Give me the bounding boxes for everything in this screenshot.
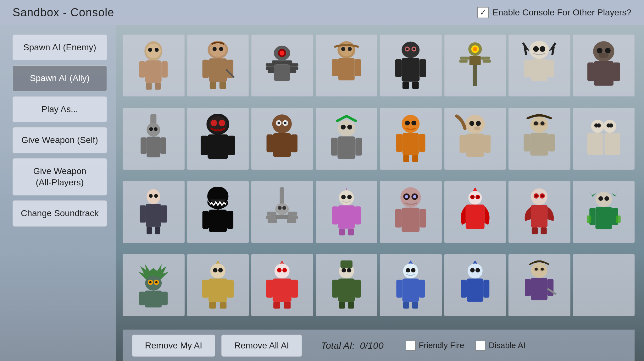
- spawn-ally-button[interactable]: Spawn AI (Ally): [13, 65, 107, 91]
- svg-point-72: [154, 127, 158, 131]
- svg-point-205: [275, 264, 290, 279]
- play-as-button[interactable]: Play As...: [13, 96, 107, 122]
- svg-rect-184: [595, 207, 612, 230]
- ai-cell-25[interactable]: [123, 254, 185, 316]
- ai-cell-30[interactable]: [444, 254, 506, 316]
- svg-rect-45: [402, 82, 409, 89]
- svg-point-143: [282, 206, 286, 210]
- ai-cell-29[interactable]: [380, 254, 442, 316]
- svg-point-207: [282, 268, 287, 272]
- svg-rect-118: [524, 134, 530, 152]
- svg-rect-242: [525, 279, 531, 296]
- svg-rect-164: [402, 208, 420, 232]
- ai-cell-2[interactable]: [187, 35, 249, 96]
- ai-cell-16[interactable]: [573, 108, 635, 170]
- svg-rect-225: [402, 279, 419, 302]
- svg-point-65: [599, 53, 608, 58]
- svg-point-106: [469, 121, 475, 126]
- options-group: Friendly Fire Disable AI: [406, 341, 526, 351]
- remove-my-ai-button[interactable]: Remove My AI: [132, 335, 215, 357]
- svg-rect-119: [548, 134, 555, 152]
- svg-point-32: [341, 47, 345, 51]
- svg-point-236: [531, 263, 548, 278]
- svg-rect-137: [209, 210, 227, 232]
- svg-rect-88: [273, 133, 291, 157]
- remove-all-ai-button[interactable]: Remove All AI: [221, 335, 302, 357]
- ai-cell-20[interactable]: [316, 181, 378, 243]
- svg-rect-202: [227, 280, 234, 298]
- ai-cell-5[interactable]: [380, 35, 442, 96]
- ai-cell-26[interactable]: [187, 254, 249, 316]
- svg-point-231: [470, 268, 475, 272]
- ai-cell-6[interactable]: [444, 35, 506, 96]
- svg-point-91: [337, 120, 355, 137]
- ai-cell-31[interactable]: [508, 254, 570, 316]
- ai-cell-12[interactable]: [316, 108, 378, 170]
- svg-rect-154: [338, 205, 355, 229]
- svg-rect-13: [209, 58, 227, 82]
- svg-point-182: [598, 196, 603, 201]
- ai-cell-11[interactable]: [251, 108, 313, 170]
- svg-rect-82: [228, 136, 235, 155]
- page-title: Sandbox - Console: [13, 6, 114, 19]
- svg-rect-68: [613, 63, 620, 81]
- svg-rect-4: [145, 61, 162, 83]
- ai-cell-3[interactable]: [251, 35, 313, 96]
- svg-rect-218: [332, 280, 338, 298]
- ai-cell-1[interactable]: [123, 35, 185, 96]
- svg-rect-52: [460, 57, 469, 60]
- svg-rect-241: [531, 278, 548, 301]
- ai-cell-7[interactable]: [508, 35, 570, 96]
- svg-rect-217: [338, 279, 355, 302]
- svg-point-152: [341, 195, 346, 199]
- svg-rect-204: [220, 302, 227, 309]
- ai-cell-9[interactable]: [123, 108, 185, 170]
- ai-cell-27[interactable]: [251, 254, 313, 316]
- ai-cell-10[interactable]: [187, 108, 249, 170]
- svg-rect-158: [348, 229, 354, 236]
- ai-cell-13[interactable]: [380, 108, 442, 170]
- svg-rect-42: [402, 58, 420, 82]
- enable-console-checkbox[interactable]: ✓: [477, 7, 489, 18]
- enable-console-option[interactable]: ✓ Enable Console For Other Players?: [477, 7, 631, 18]
- ai-character-grid: [123, 35, 635, 325]
- friendly-fire-option[interactable]: Friendly Fire: [406, 341, 464, 351]
- ai-cell-4[interactable]: [316, 35, 378, 96]
- svg-point-142: [278, 206, 282, 210]
- svg-rect-155: [332, 206, 338, 224]
- svg-rect-166: [420, 209, 426, 228]
- give-weapon-self-button[interactable]: Give Weapon (Self): [13, 127, 107, 153]
- ai-cell-8[interactable]: [573, 35, 635, 96]
- ai-cell-18[interactable]: [187, 181, 249, 243]
- disable-ai-option[interactable]: Disable AI: [475, 341, 525, 351]
- svg-point-10: [210, 43, 226, 57]
- ai-cell-19[interactable]: [251, 181, 313, 243]
- ai-cell-14[interactable]: [444, 108, 506, 170]
- friendly-fire-checkbox[interactable]: [406, 341, 416, 351]
- svg-rect-148: [289, 216, 298, 219]
- ai-cell-23[interactable]: [508, 181, 570, 243]
- svg-point-92: [341, 125, 346, 130]
- svg-point-63: [597, 48, 602, 53]
- give-weapon-all-button[interactable]: Give Weapon(All-Players): [13, 158, 107, 196]
- svg-rect-228: [403, 302, 409, 309]
- svg-point-230: [468, 264, 483, 279]
- svg-point-58: [540, 46, 546, 52]
- ai-cell-17[interactable]: [123, 181, 185, 243]
- svg-point-181: [595, 192, 612, 207]
- spawn-enemy-button[interactable]: Spawn AI (Enemy): [13, 35, 107, 60]
- total-ai-label: Total AI: 0/100: [321, 340, 383, 351]
- svg-rect-90: [291, 134, 298, 152]
- svg-point-239: [535, 268, 538, 271]
- disable-ai-checkbox[interactable]: [475, 341, 486, 351]
- svg-rect-67: [587, 63, 594, 81]
- svg-rect-80: [208, 134, 228, 159]
- ai-cell-21[interactable]: [380, 181, 442, 243]
- ai-cell-28[interactable]: [316, 254, 378, 316]
- change-soundtrack-button[interactable]: Change Soundtrack: [13, 200, 107, 226]
- ai-cell-24[interactable]: [573, 181, 635, 243]
- svg-rect-89: [267, 134, 273, 152]
- svg-rect-47: [473, 63, 477, 86]
- ai-cell-15[interactable]: [508, 108, 570, 170]
- ai-cell-22[interactable]: [444, 181, 506, 243]
